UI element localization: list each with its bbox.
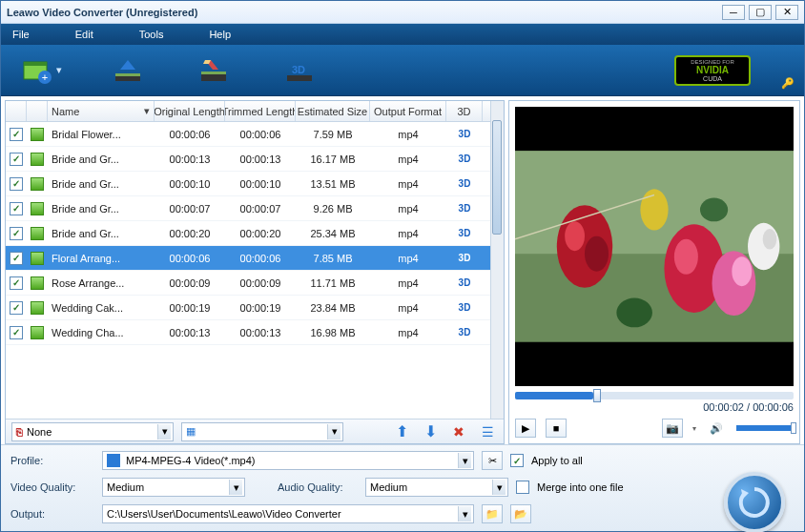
audio-quality-combo[interactable]: Medium▾: [365, 478, 508, 497]
file-row[interactable]: ✓Wedding Cak...00:00:1900:00:1923.84 MBm…: [6, 296, 490, 320]
video-preview[interactable]: [515, 107, 794, 386]
threeD-button[interactable]: 3D: [276, 51, 323, 91]
move-down-button[interactable]: ⬇: [420, 422, 441, 441]
row-checkbox[interactable]: ✓: [10, 276, 23, 290]
cell-name: Bridal Flower...: [48, 122, 155, 146]
col-trimmed-length[interactable]: Trimmed Length: [225, 101, 296, 121]
snapshot-button[interactable]: 📷: [662, 419, 683, 438]
col-output-format[interactable]: Output Format: [370, 101, 446, 121]
edit-video-button[interactable]: [190, 51, 237, 91]
subtitle-combo[interactable]: ⎘ None ▾: [11, 422, 174, 441]
cell-output-format: mp4: [370, 246, 446, 270]
volume-button[interactable]: 🔊: [706, 419, 727, 438]
merge-checkbox[interactable]: ✓: [516, 481, 529, 494]
add-video-button[interactable]: + ▾: [18, 51, 66, 91]
time-display: 00:00:02 / 00:00:06: [515, 401, 794, 413]
apply-to-all-checkbox[interactable]: ✓: [510, 454, 524, 467]
preview-pane: 00:00:02 / 00:00:06 ▶ ■ 📷 ▾ 🔊: [508, 100, 800, 444]
browse-output-button[interactable]: 📁: [482, 504, 503, 523]
row-checkbox[interactable]: ✓: [10, 177, 23, 191]
file-row[interactable]: ✓Bride and Gr...00:00:1300:00:1316.17 MB…: [6, 147, 490, 172]
audio-quality-label: Audio Quality:: [278, 481, 358, 493]
file-row[interactable]: ✓Bride and Gr...00:00:0700:00:079.26 MBm…: [6, 196, 490, 221]
audio-track-combo[interactable]: ▦ ▾: [181, 422, 343, 441]
cell-threeD-button[interactable]: 3D: [446, 246, 483, 270]
cell-trimmed-length: 00:00:20: [225, 221, 296, 245]
video-file-icon: [31, 153, 44, 166]
list-scrollbar[interactable]: [490, 101, 504, 419]
remove-button[interactable]: ✖: [448, 422, 469, 441]
cell-output-format: mp4: [370, 172, 446, 195]
cell-trimmed-length: 00:00:06: [225, 122, 296, 146]
video-file-icon: [31, 177, 44, 191]
stop-button[interactable]: ■: [546, 419, 567, 438]
maximize-button[interactable]: ▢: [749, 5, 772, 20]
col-original-length[interactable]: Original Length: [155, 101, 225, 121]
move-up-button[interactable]: ⬆: [391, 422, 412, 441]
svg-point-19: [732, 256, 752, 286]
cell-original-length: 00:00:10: [155, 172, 225, 195]
svg-point-17: [674, 239, 698, 275]
col-name[interactable]: Name▾: [48, 101, 155, 121]
file-rows: ✓Bridal Flower...00:00:0600:00:067.59 MB…: [6, 122, 490, 419]
row-checkbox[interactable]: ✓: [10, 128, 23, 141]
threeD-icon: 3D: [283, 56, 316, 85]
toolbar: + ▾ 3D DESIGNED FOR NVIDIA CUDA 🔑: [1, 45, 804, 96]
video-file-icon: [31, 276, 44, 290]
menu-help[interactable]: Help: [209, 29, 231, 40]
row-checkbox[interactable]: ✓: [10, 202, 23, 215]
file-row[interactable]: ✓Bride and Gr...00:00:1000:00:1013.51 MB…: [6, 172, 490, 196]
svg-point-14: [565, 221, 585, 251]
volume-slider[interactable]: [736, 425, 794, 431]
row-checkbox[interactable]: ✓: [10, 326, 23, 339]
cell-threeD-button[interactable]: 3D: [446, 172, 483, 195]
cell-estimated-size: 16.98 MB: [296, 320, 370, 344]
cell-threeD-button[interactable]: 3D: [446, 122, 483, 146]
cell-name: Wedding Cha...: [48, 320, 155, 344]
cell-output-format: mp4: [370, 320, 446, 344]
minimize-button[interactable]: ─: [722, 5, 745, 20]
menu-edit[interactable]: Edit: [75, 29, 93, 40]
select-all-button[interactable]: ☰: [477, 422, 498, 441]
cell-threeD-button[interactable]: 3D: [446, 271, 483, 295]
col-estimated-size[interactable]: Estimated Size: [296, 101, 370, 121]
file-row[interactable]: ✓Bride and Gr...00:00:2000:00:2025.34 MB…: [6, 221, 490, 246]
register-key-icon[interactable]: 🔑: [781, 77, 795, 90]
cell-original-length: 00:00:13: [155, 320, 225, 344]
file-row[interactable]: ✓Floral Arrang...00:00:0600:00:067.85 MB…: [6, 246, 490, 271]
app-window: Leawo Video Converter (Unregistered) ─ ▢…: [0, 0, 805, 532]
row-checkbox[interactable]: ✓: [10, 153, 23, 166]
col-threeD[interactable]: 3D: [446, 101, 483, 121]
svg-point-24: [700, 198, 728, 222]
menu-file[interactable]: File: [12, 29, 30, 40]
convert-button[interactable]: [724, 472, 785, 532]
row-checkbox[interactable]: ✓: [10, 252, 23, 265]
cell-threeD-button[interactable]: 3D: [446, 196, 483, 220]
close-button[interactable]: ✕: [775, 5, 798, 20]
play-button[interactable]: ▶: [515, 419, 536, 438]
window-title: Leawo Video Converter (Unregistered): [7, 7, 197, 18]
svg-text:+: +: [42, 72, 48, 83]
row-checkbox[interactable]: ✓: [10, 301, 23, 315]
cell-trimmed-length: 00:00:07: [225, 196, 296, 220]
cell-output-format: mp4: [370, 196, 446, 220]
menu-tools[interactable]: Tools: [139, 29, 164, 40]
video-quality-combo[interactable]: Medium▾: [102, 478, 245, 497]
file-row[interactable]: ✓Bridal Flower...00:00:0600:00:067.59 MB…: [6, 122, 490, 147]
cell-threeD-button[interactable]: 3D: [446, 320, 483, 344]
file-row[interactable]: ✓Rose Arrange...00:00:0900:00:0911.71 MB…: [6, 271, 490, 296]
profile-settings-button[interactable]: ✂: [482, 451, 503, 470]
cell-threeD-button[interactable]: 3D: [446, 147, 483, 171]
profile-combo[interactable]: MP4-MPEG-4 Video(*.mp4) ▾: [102, 451, 474, 470]
load-dvd-button[interactable]: [104, 51, 152, 91]
row-checkbox[interactable]: ✓: [10, 227, 23, 240]
seek-slider[interactable]: [515, 392, 794, 399]
open-output-button[interactable]: 📂: [510, 504, 531, 523]
cell-threeD-button[interactable]: 3D: [446, 296, 483, 319]
output-path-combo[interactable]: C:\Users\User\Documents\Leawo\Video Conv…: [102, 504, 474, 523]
merge-label: Merge into one file: [537, 481, 624, 493]
video-file-icon: [31, 202, 44, 215]
profile-format-icon: [107, 454, 120, 467]
cell-threeD-button[interactable]: 3D: [446, 221, 483, 245]
file-row[interactable]: ✓Wedding Cha...00:00:1300:00:1316.98 MBm…: [6, 320, 490, 345]
